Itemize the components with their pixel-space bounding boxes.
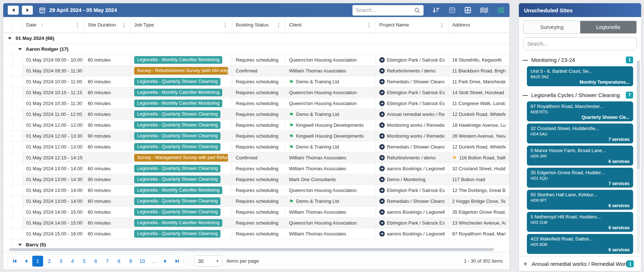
sidebar-scrollbar[interactable] xyxy=(637,60,640,254)
booking-row[interactable]: 01 May 2024 13:00 - 14:0060 minutesLegio… xyxy=(3,196,509,207)
column-header-job-type[interactable]: Job Type ⋮ xyxy=(131,17,232,33)
calendar-view-icon[interactable] xyxy=(449,7,456,14)
sidebar-search-input[interactable] xyxy=(523,37,637,50)
collapse-minus-icon: — xyxy=(523,92,528,98)
site-group-header[interactable]: —Monitoring / 23-241 xyxy=(523,55,633,65)
booking-row[interactable]: 01 May 2024 15:00 - 16:0060 minutesLegio… xyxy=(3,229,509,239)
job-type-badge: Legionella - Quarterly Shower Clearning xyxy=(134,165,220,172)
unscheduled-site-card[interactable]: 32 Crosland Street, Huddersfie...HD4 5AU… xyxy=(527,124,633,143)
column-header-address[interactable]: Address xyxy=(449,17,509,33)
tab-surveying[interactable]: Surveying xyxy=(524,21,580,33)
search-icon[interactable] xyxy=(414,7,420,13)
site-address: 67 Royalthorn Road, Manchester... xyxy=(531,103,629,109)
unscheduled-site-card[interactable]: 5 Manor House Farm, Broad Lane...HD9 3RF… xyxy=(527,146,633,166)
booking-row[interactable]: 01 May 2024 12:00 - 13:0060 minutesLegio… xyxy=(3,142,509,152)
booking-row[interactable]: 01 May 2024 09:30 - 11:30Survey - Refurb… xyxy=(3,66,509,76)
site-address: 35 Edgerton Grove Road, Hudder... xyxy=(531,170,629,176)
column-header-client[interactable]: Client ⋮ xyxy=(285,17,376,33)
booking-row[interactable]: 01 May 2024 14:00 - 15:0060 minutesLegio… xyxy=(3,218,509,229)
collapse-icon[interactable] xyxy=(18,244,22,246)
page-button[interactable]: 2 xyxy=(44,256,55,267)
cell-job-type: Legionella - Monthly Calorifier Monitori… xyxy=(131,98,232,109)
prev-week-button[interactable] xyxy=(8,5,19,15)
last-page-button[interactable] xyxy=(172,256,182,267)
cell-booking-status: Confirmed xyxy=(232,152,285,163)
cell-job-type: Legionella - Quarterly Shower Clearning xyxy=(131,163,232,174)
booking-row[interactable]: 01 May 2024 14:00 - 15:0060 minutesLegio… xyxy=(3,207,509,218)
page-button[interactable]: 9 xyxy=(125,256,136,267)
column-header-date[interactable]: Date ↑ ⋮ xyxy=(22,17,84,33)
collapse-icon[interactable] xyxy=(8,37,12,39)
booking-row[interactable]: 01 May 2024 10:30 - 11:3060 minutesLegio… xyxy=(3,98,509,109)
booking-row[interactable]: 01 May 2024 10:15 - 11:1560 minutesLegio… xyxy=(3,87,509,98)
booking-row[interactable]: 01 May 2024 10:00 - 11:0060 minutesLegio… xyxy=(3,76,509,87)
column-menu-icon[interactable]: ⋮ xyxy=(437,22,445,28)
booking-row[interactable]: 01 May 2024 12:00 - 12:0090 minutesLegio… xyxy=(3,120,509,131)
page-button[interactable]: 4 xyxy=(67,256,78,267)
group-row-date[interactable]: 01 May 2024 (66) xyxy=(3,33,509,44)
unscheduled-site-card[interactable]: 5 Netheroyd Hill Road, Hudders...HD2 2LW… xyxy=(527,212,633,232)
grid-view-icon[interactable] xyxy=(464,7,471,14)
booking-row[interactable]: 01 May 2024 12:00 - 13:3090 minutesLegio… xyxy=(3,131,509,142)
collapse-icon[interactable] xyxy=(18,48,22,50)
booking-row[interactable]: 01 May 2024 12:15 - 14:15Survey - Manage… xyxy=(3,152,509,163)
cell-booking-status: Requires scheduling xyxy=(232,131,285,141)
column-menu-icon[interactable]: ⋮ xyxy=(364,22,372,28)
booking-row[interactable]: 01 May 2024 09:00 - 10:0060 minutesLegio… xyxy=(3,55,509,66)
next-week-button[interactable] xyxy=(22,5,33,15)
tab-legionella[interactable]: Legionella xyxy=(580,21,637,33)
cell-site-duration xyxy=(84,66,131,76)
group-row-engineer-2[interactable]: Barry (5) xyxy=(3,239,509,247)
map-view-icon[interactable] xyxy=(480,7,488,14)
unscheduled-site-card[interactable]: 50 Storthes Hall Lane, Kirkbur...HD8 0PT… xyxy=(527,190,633,210)
column-menu-icon[interactable]: ⋮ xyxy=(119,22,127,28)
scrollbar-thumb[interactable] xyxy=(637,60,640,169)
filters-icon[interactable] xyxy=(497,7,505,14)
arrow-circle-right-icon xyxy=(379,177,385,182)
more-pages-button[interactable]: ... xyxy=(148,256,159,267)
next-page-button[interactable] xyxy=(160,256,171,267)
date-range-label: 29 April 2024 - 05 May 2024 xyxy=(49,7,117,13)
unscheduled-site-card[interactable]: 35 Edgerton Grove Road, Hudder...HD1 5QU… xyxy=(527,168,633,188)
page-button[interactable]: 3 xyxy=(55,256,66,267)
horizontal-scrollbar[interactable] xyxy=(3,247,509,252)
page-button[interactable]: 1 xyxy=(32,256,43,267)
column-header-project-name[interactable]: Project Name ⋮ xyxy=(376,17,449,33)
site-group-header-annual-remedial[interactable]: + Annual remedial works / Remedial Works… xyxy=(519,256,641,271)
column-header-site-duration[interactable]: Site Duration ⋮ xyxy=(84,17,131,33)
booking-row[interactable]: 01 May 2024 13:00 - 14:0060 minutesLegio… xyxy=(3,163,509,174)
prev-page-button[interactable] xyxy=(21,256,32,267)
group-row-engineer[interactable]: Aaron Rodger (17) xyxy=(3,44,509,55)
page-size-select[interactable]: 30 ▾ xyxy=(194,255,222,267)
cell-date: 01 May 2024 12:15 - 14:15 xyxy=(22,152,84,163)
site-count-badge: 1 xyxy=(627,260,634,267)
column-menu-icon[interactable]: ⋮ xyxy=(73,22,80,28)
column-menu-icon[interactable]: ⋮ xyxy=(274,22,281,28)
cell-booking-status: Requires scheduling xyxy=(232,163,285,174)
site-count-badge: 7 xyxy=(626,92,633,99)
scrollbar-thumb[interactable] xyxy=(9,248,494,251)
cell-project-name: aarons Bookings / Legionella xyxy=(376,163,449,174)
unscheduled-site-card[interactable]: 423 Wakefield Road, Dalton...HD5 8DB6 se… xyxy=(527,234,633,254)
first-page-button[interactable] xyxy=(9,256,20,267)
unscheduled-site-card[interactable]: Unit 5 - 6, Bartlett Court, Se...BA20 2N… xyxy=(527,66,633,86)
booking-row[interactable]: 01 May 2024 11:00 - 12:0060 minutesLegio… xyxy=(3,109,509,120)
sort-descending-icon[interactable] xyxy=(432,7,440,14)
cell-project-name: Remedials / Shower Cleans xyxy=(376,196,449,206)
page-button[interactable]: 5 xyxy=(79,256,90,267)
page-button[interactable]: 8 xyxy=(113,256,124,267)
search-input[interactable] xyxy=(356,7,414,13)
booking-row[interactable]: 01 May 2024 13:00 - 14:0060 minutesLegio… xyxy=(3,185,509,196)
column-header-booking-status[interactable]: Booking Status ⋮ xyxy=(232,17,285,33)
cell-booking-status: Requires scheduling xyxy=(232,196,285,206)
site-group: —Monitoring / 23-241Unit 5 - 6, Bartlett… xyxy=(523,55,633,86)
site-group-header[interactable]: —Legionella Cycles / Shower Cleaning7 xyxy=(523,90,633,100)
booking-row[interactable]: 01 May 2024 13:00 - 14:3090 minutesLegio… xyxy=(3,174,509,185)
page-button[interactable]: 10 xyxy=(137,256,148,267)
page-button[interactable]: 7 xyxy=(102,256,113,267)
unscheduled-site-card[interactable]: 67 Royalthorn Road, Manchester...M2878TS… xyxy=(527,101,633,121)
page-button[interactable]: 6 xyxy=(90,256,101,267)
cell-site-duration: 60 minutes xyxy=(84,185,131,196)
column-menu-icon[interactable]: ⋮ xyxy=(220,22,228,28)
arrow-circle-right-icon xyxy=(379,101,385,106)
